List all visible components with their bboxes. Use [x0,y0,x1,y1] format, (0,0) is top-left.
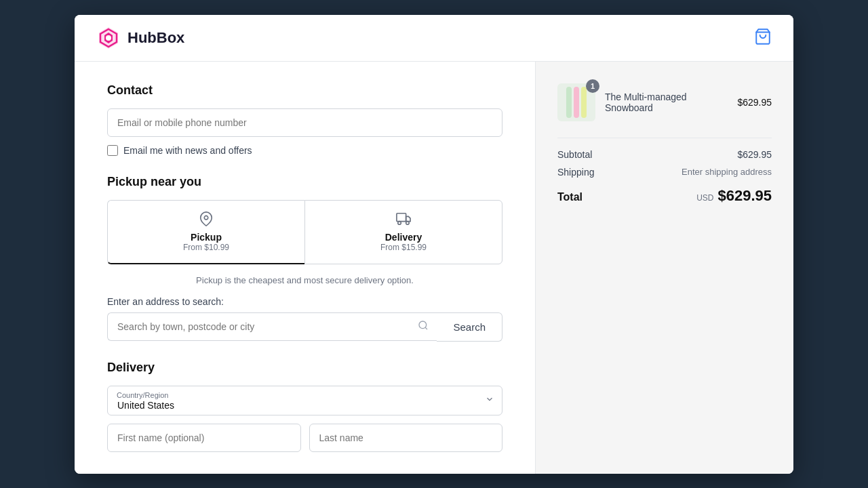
cart-button[interactable] [754,28,772,48]
logo-text: HubBox [127,29,184,47]
svg-point-9 [419,321,427,329]
svg-rect-13 [581,87,587,118]
hubbox-logo-icon [96,26,121,50]
total-amount: $629.95 [717,187,772,205]
search-row: Search [107,312,502,342]
search-input-wrapper [107,312,437,342]
total-row: Total USD $629.95 [557,187,772,205]
svg-rect-11 [566,87,572,118]
shipping-value: Enter shipping address [682,167,772,178]
item-price: $629.95 [737,97,772,108]
svg-point-5 [204,216,208,220]
subtotal-row: Subtotal $629.95 [557,149,772,160]
pickup-sublabel: From $10.99 [183,243,229,252]
delivery-icon [396,211,411,229]
left-panel: Contact Email me with news and offers Pi… [75,62,536,474]
summary-divider [557,138,772,138]
pickup-label: Pickup [191,232,222,243]
order-item: 1 The Multi-managed Snowboard $629.95 [557,83,772,121]
total-value: USD $629.95 [696,187,772,205]
main-layout: Contact Email me with news and offers Pi… [75,62,793,474]
shipping-row: Shipping Enter shipping address [557,167,772,178]
pickup-tab[interactable]: Pickup From $10.99 [107,200,304,264]
pickup-icon [199,211,214,229]
browser-window: HubBox Contact Email me with news and of… [75,15,793,474]
newsletter-checkbox[interactable] [107,145,118,156]
svg-point-8 [406,221,410,224]
pickup-section: Pickup near you Pickup From $10.99 [107,175,502,342]
email-input[interactable] [107,108,502,137]
delivery-section: Delivery Country/Region United States Ca… [107,361,502,452]
newsletter-checkbox-row: Email me with news and offers [107,145,502,156]
delivery-heading: Delivery [107,361,502,375]
contact-section: Contact Email me with news and offers [107,83,502,156]
header: HubBox [75,15,793,62]
svg-point-3 [106,35,111,41]
search-button[interactable]: Search [437,312,502,342]
subtotal-label: Subtotal [557,149,592,160]
svg-line-10 [426,327,428,329]
svg-point-7 [398,221,401,224]
delivery-tab[interactable]: Delivery From $15.99 [304,200,502,264]
name-row [107,424,502,452]
pickup-info: Pickup is the cheapest and most secure d… [107,275,502,285]
total-label: Total [557,191,583,203]
item-quantity-badge: 1 [586,79,599,93]
address-search-input[interactable] [107,312,437,341]
pickup-heading: Pickup near you [107,175,502,189]
total-currency: USD [696,193,713,203]
svg-rect-12 [574,87,579,118]
country-select-wrapper: Country/Region United States Canada Unit… [107,386,502,415]
newsletter-label[interactable]: Email me with news and offers [123,145,252,156]
first-name-input[interactable] [107,424,301,452]
search-icon [418,320,429,333]
last-name-input[interactable] [309,424,503,452]
subtotal-value: $629.95 [737,149,772,160]
logo: HubBox [96,26,184,50]
contact-heading: Contact [107,83,502,98]
item-image-wrapper: 1 [557,83,595,121]
address-label: Enter an address to search: [107,296,502,307]
right-panel: 1 The Multi-managed Snowboard $629.95 Su… [536,62,793,474]
delivery-label: Delivery [385,232,422,243]
shipping-label: Shipping [557,167,595,178]
delivery-sublabel: From $15.99 [380,243,427,252]
svg-rect-6 [397,213,406,221]
item-name: The Multi-managed Snowboard [605,92,728,113]
delivery-options: Pickup From $10.99 Delivery [107,200,502,264]
country-select[interactable]: United States Canada United Kingdom [107,386,502,415]
